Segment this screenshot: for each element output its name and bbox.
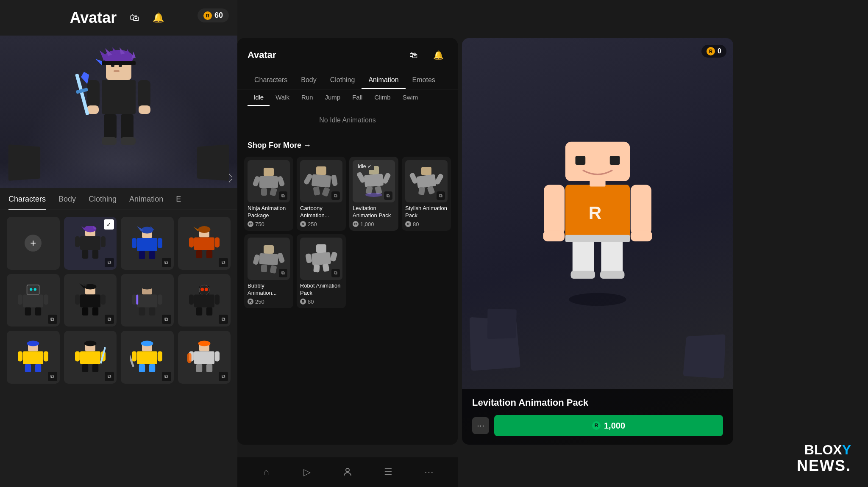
svg-rect-74 [139, 307, 145, 315]
svg-rect-144 [253, 254, 260, 265]
coins-value: 60 [214, 11, 223, 20]
character-item-4[interactable]: ⧉ [7, 274, 60, 327]
tab-characters-mid[interactable]: Characters [248, 72, 294, 89]
anim-item-levitation[interactable]: Idle ✓ ⧉ Levitation Animation Pack R 1,0… [349, 157, 398, 231]
character-item-3[interactable]: ⧉ [178, 217, 231, 270]
tab-animation-left[interactable]: Animation [129, 195, 163, 210]
svg-rect-64 [80, 294, 100, 307]
coins-badge: R 60 [198, 8, 229, 22]
svg-rect-130 [364, 174, 384, 187]
anim-item-stylish[interactable]: ⧉ Stylish Animation Pack R 80 [402, 157, 451, 231]
svg-rect-29 [80, 236, 100, 250]
svg-rect-164 [631, 185, 651, 235]
nav-play[interactable]: ▷ [299, 465, 314, 480]
subtab-jump[interactable]: Jump [319, 89, 347, 106]
char-svg-1 [73, 226, 107, 260]
svg-rect-165 [543, 231, 565, 241]
anim-item-cartoony[interactable]: ⧉ Cartoony Animation... R 250 [297, 157, 346, 231]
character-item-5[interactable]: ⧉ [64, 274, 117, 327]
anim-item-bubbly[interactable]: ⧉ Bubbly Animation... R 250 [244, 234, 293, 308]
middle-cart-icon[interactable]: 🛍 [404, 46, 423, 64]
subtab-swim[interactable]: Swim [397, 89, 424, 106]
svg-rect-51 [28, 286, 38, 294]
watermark-line2: NEWS. [797, 457, 851, 474]
character-item-1[interactable]: ✓ ⧉ [64, 217, 117, 270]
copy-icon-1: ⧉ [105, 258, 114, 267]
character-item-6[interactable]: ⧉ [121, 274, 174, 327]
character-item-9[interactable]: ⧉ [64, 331, 117, 384]
coin-icon-right: R [707, 47, 715, 55]
character-item-10[interactable]: ⧉ [121, 331, 174, 384]
svg-rect-105 [158, 351, 162, 362]
svg-rect-38 [137, 238, 157, 251]
svg-rect-152 [313, 264, 320, 272]
svg-rect-161 [565, 235, 630, 242]
copy-icon-9: ⧉ [105, 372, 114, 381]
svg-point-61 [84, 284, 96, 289]
svg-rect-123 [316, 166, 326, 175]
svg-rect-170 [610, 156, 620, 165]
anim-thumb-bubbly: ⧉ [248, 238, 290, 280]
anim-name-robot: Robot Animation Pack [300, 282, 342, 297]
anim-name-stylish: Stylish Animation Pack [405, 205, 448, 219]
tab-body[interactable]: Body [58, 195, 76, 210]
anim-name-bubbly: Bubbly Animation... [248, 282, 290, 297]
tab-clothing-mid[interactable]: Clothing [323, 72, 362, 89]
middle-bell-icon[interactable]: 🔔 [429, 46, 448, 64]
expand-button[interactable]: ⤡ ⤢ [228, 172, 233, 184]
subtab-walk[interactable]: Walk [270, 89, 295, 106]
anim-thumb-levitation: Idle ✓ ⧉ [353, 160, 395, 202]
tab-emotes-mid[interactable]: Emotes [406, 72, 442, 89]
svg-rect-146 [261, 265, 267, 272]
svg-point-87 [27, 341, 39, 346]
nav-more[interactable]: ⋯ [421, 465, 437, 480]
nav-inventory[interactable]: ☰ [381, 465, 396, 480]
bell-icon[interactable]: 🔔 [149, 8, 167, 27]
svg-point-135 [365, 193, 382, 197]
char-svg-6 [130, 283, 164, 317]
anim-item-ninja[interactable]: ⧉ Ninja Animation Package R 750 [244, 157, 293, 231]
svg-rect-111 [194, 351, 214, 364]
robux-icon-robot: R [300, 299, 306, 304]
nav-avatar[interactable] [340, 465, 355, 480]
nav-home[interactable]: ⌂ [259, 465, 274, 480]
robux-icon-cartoony: R [300, 221, 306, 227]
robux-icon-stylish: R [405, 221, 411, 227]
watermark: BLOXY NEWS. [797, 443, 851, 474]
left-panel: Avatar 🛍 🔔 R 60 [0, 0, 237, 487]
svg-rect-57 [44, 294, 48, 304]
character-item-8[interactable]: ⧉ [7, 331, 60, 384]
tab-animation-mid[interactable]: Animation [362, 72, 405, 89]
buy-button[interactable]: R 1,000 [494, 415, 723, 436]
anim-price-stylish: R 80 [405, 221, 448, 227]
tab-characters[interactable]: Characters [8, 195, 46, 210]
more-options-button[interactable]: ⋯ [472, 417, 489, 434]
svg-rect-140 [418, 187, 425, 195]
svg-rect-21 [104, 114, 117, 139]
subtab-fall[interactable]: Fall [346, 89, 368, 106]
svg-rect-116 [187, 353, 192, 363]
svg-rect-40 [158, 238, 162, 248]
anim-item-robot[interactable]: ⧉ Robot Animation Pack R 80 [297, 234, 346, 308]
character-item-7[interactable]: ⧉ [178, 274, 231, 327]
add-character-button[interactable]: + [7, 217, 60, 270]
shop-header: Shop For More → [237, 134, 458, 157]
tab-body-mid[interactable]: Body [294, 72, 323, 89]
svg-rect-119 [252, 176, 260, 187]
tab-clothing[interactable]: Clothing [89, 195, 117, 210]
copy-icon-7: ⧉ [219, 315, 228, 324]
cart-icon[interactable]: 🛍 [125, 8, 144, 27]
shop-label[interactable]: Shop For More → [248, 141, 311, 150]
subtab-run[interactable]: Run [295, 89, 319, 106]
svg-rect-104 [132, 351, 136, 362]
svg-rect-11 [102, 61, 136, 65]
svg-rect-68 [92, 307, 98, 315]
subtab-climb[interactable]: Climb [368, 89, 396, 106]
svg-point-155 [569, 293, 626, 306]
character-item-2[interactable]: ⧉ [121, 217, 174, 270]
subtab-idle[interactable]: Idle [248, 89, 270, 106]
tab-extra[interactable]: E [176, 195, 181, 210]
svg-point-54 [34, 288, 36, 291]
char-svg-4 [16, 283, 50, 317]
character-item-11[interactable]: ⧉ [178, 331, 231, 384]
